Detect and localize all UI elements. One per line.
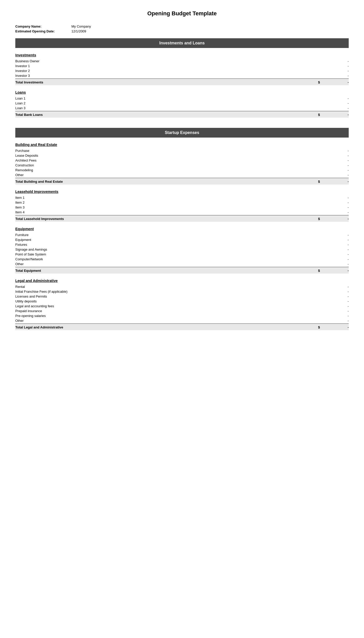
list-item: Purchase - [15,148,349,153]
investments-title: Investments [15,53,349,57]
list-item: Investor 3 - [15,73,349,78]
list-item: Business Owner - [15,59,349,64]
total-equipment-row: Total Equipment $ - [15,268,349,274]
list-item: Legal and accounting fees - [15,304,349,309]
equipment-title: Equipment [15,227,349,231]
legal-title: Legal and Administrative [15,279,349,283]
estimated-date-value: 12/1/2009 [71,29,86,33]
leasehold-subsection: Leasehold Improvements Item 1 - Item 2 -… [15,190,349,222]
estimated-date-label: Estimated Opening Date: [15,29,71,33]
total-bank-loans-row: Total Bank Loans $ - [15,112,349,118]
list-item: Remodeling - [15,168,349,173]
total-building-row: Total Building and Real Estate $ - [15,179,349,185]
total-legal-row: Total Legal and Administrative $ - [15,324,349,330]
list-item: Item 2 - [15,200,349,205]
legal-subsection: Legal and Administrative Rental - Initia… [15,279,349,330]
list-item: Furniture - [15,232,349,237]
list-item: Construction - [15,163,349,168]
page-title: Opening Budget Template [15,10,349,17]
loans-title: Loans [15,90,349,94]
building-subsection: Building and Real Estate Purchase - Leas… [15,143,349,185]
list-item: Pre-opening salaries - [15,313,349,318]
list-item: Other - [15,262,349,266]
list-item: Item 4 - [15,210,349,215]
leasehold-title: Leasehold Improvements [15,190,349,194]
startup-expenses-header: Startup Expenses [15,128,349,138]
list-item: Rental - [15,284,349,289]
list-item: Other - [15,173,349,177]
total-investments-row: Total Investments $ - [15,79,349,85]
list-item: Signage and Awnings - [15,247,349,252]
company-name-label: Company Name: [15,24,71,28]
list-item: Lease Deposits - [15,153,349,158]
company-name-value: My Company [71,24,91,28]
list-item: Equipment - [15,237,349,242]
list-item: Loan 3 - [15,106,349,111]
list-item: Point of Sale System - [15,252,349,257]
list-item: Loan 2 - [15,101,349,106]
list-item: Item 1 - [15,195,349,200]
list-item: Licenses and Permits - [15,294,349,299]
building-title: Building and Real Estate [15,143,349,147]
list-item: Fixtures - [15,242,349,247]
list-item: Investor 2 - [15,68,349,73]
investments-loans-header: Investments and Loans [15,38,349,48]
list-item: Initial Franchise Fees (if applicable) - [15,289,349,294]
loans-subsection: Loans Loan 1 - Loan 2 - Loan 3 - Total B… [15,90,349,118]
list-item: Prepaid insurance - [15,309,349,313]
list-item: Investor 1 - [15,64,349,68]
list-item: Architect Fees - [15,158,349,163]
total-leasehold-row: Total Leasehold Improvements $ - [15,216,349,222]
investments-subsection: Investments Business Owner - Investor 1 … [15,53,349,85]
list-item: Loan 1 - [15,96,349,101]
list-item: Utility deposits - [15,299,349,304]
company-info: Company Name: My Company Estimated Openi… [15,24,349,33]
list-item: Other - [15,318,349,323]
list-item: Computer/Network - [15,257,349,262]
list-item: Item 3 - [15,205,349,210]
equipment-subsection: Equipment Furniture - Equipment - Fixtur… [15,227,349,274]
